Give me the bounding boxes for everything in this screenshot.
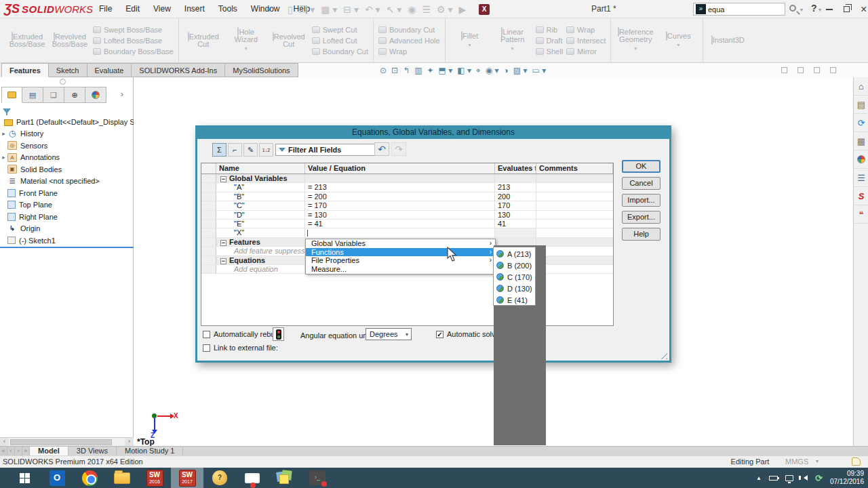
reference-geometry-button[interactable]: Reference Geometry▾ (616, 28, 655, 52)
tree-splitter[interactable] (0, 247, 134, 248)
comments-icon[interactable]: ❝ (854, 205, 868, 224)
section-view-icon[interactable]: ▥ (414, 66, 422, 75)
magnet-icon[interactable]: ◉ (408, 4, 416, 15)
units-selector[interactable]: MMGS (785, 458, 808, 466)
swept-boss-button[interactable]: Swept Boss/Base (93, 26, 174, 34)
new-document-icon[interactable]: ▯ (288, 4, 293, 15)
speaker-icon[interactable] (801, 475, 808, 481)
hide-show-items-icon[interactable]: ⌖ (476, 66, 481, 75)
save-icon[interactable]: ▦ ▾ (321, 4, 337, 15)
panel-flyout-icon[interactable]: › (121, 89, 123, 99)
prev-tab-icon[interactable]: ‹ (7, 447, 15, 455)
network-icon[interactable] (785, 475, 793, 481)
table-row[interactable]: "D" = 130 130 (201, 211, 613, 220)
swept-cut-button[interactable]: Swept Cut (312, 26, 368, 34)
row-selector[interactable] (201, 201, 216, 209)
boundary-cut-button[interactable]: Boundary Cut (312, 47, 368, 56)
name-header[interactable]: Name (216, 163, 305, 174)
scroll-left-icon[interactable]: ‹ (0, 438, 9, 446)
boundary-cut-button-2[interactable]: Boundary Cut (378, 26, 440, 34)
submenu-variable-item[interactable]: A (213) (494, 248, 535, 260)
tab-sketch[interactable]: Sketch (49, 63, 87, 77)
doc-grid-icon[interactable] (781, 67, 787, 73)
table-row[interactable]: "B" = 200 200 (201, 192, 613, 201)
undo-button[interactable]: ↶ (374, 142, 389, 156)
collapse-icon[interactable]: − (220, 240, 226, 246)
tab-evaluate[interactable]: Evaluate (87, 63, 132, 77)
equation-view-button[interactable]: Σ (212, 143, 226, 157)
last-tab-icon[interactable]: » (22, 447, 30, 455)
menu-item-measure[interactable]: Measure... (306, 265, 495, 274)
taskbar-screen-recorder[interactable] (236, 468, 269, 488)
search-magnifier-icon[interactable] (789, 5, 796, 12)
table-row[interactable]: "C" = 170 170 (201, 201, 613, 210)
doc-restore-icon[interactable] (814, 67, 820, 73)
comments-header[interactable]: Comments (536, 163, 613, 174)
taskbar-capture-tool[interactable]: ›_ (301, 468, 334, 488)
custom-properties-icon[interactable]: ☰ (854, 169, 868, 187)
wrap-button-2[interactable]: Wrap (566, 26, 606, 34)
select-icon[interactable]: ↖ ▾ (387, 4, 402, 15)
minimize-icon[interactable] (826, 9, 833, 10)
tree-item-front-plane[interactable]: Front Plane (0, 187, 134, 199)
previous-view-icon[interactable]: ↰ (403, 66, 410, 75)
taskbar-outlook[interactable]: O (41, 468, 73, 488)
expand-icon[interactable]: ▸ (0, 154, 7, 161)
scroll-right-icon[interactable]: › (125, 438, 134, 446)
properties-icon[interactable]: ☰ (422, 4, 431, 15)
tree-item-history[interactable]: ▸History (0, 128, 134, 140)
menu-item[interactable]: Tools (212, 0, 244, 18)
revolved-boss-button[interactable]: Revolved Boss/Base (50, 33, 90, 48)
export-button[interactable]: Export... (622, 211, 660, 224)
submenu-variable-item[interactable]: B (200) (494, 260, 535, 271)
table-row[interactable]: "A" = 213 213 (201, 183, 613, 192)
undo-icon[interactable]: ↶ ▾ (365, 4, 380, 15)
redo-button[interactable]: ↷ (391, 142, 406, 156)
tree-root-part1[interactable]: Part1 (Default<<Default>_Display State (0, 116, 134, 128)
doc-minimize-icon[interactable] (797, 67, 804, 73)
extruded-boss-button[interactable]: Extruded Boss/Base (7, 33, 47, 48)
taskbar-solidworks-2016[interactable]: SW2016 (138, 468, 171, 488)
tab-motion-study[interactable]: Motion Study 1 (117, 447, 183, 455)
tree-horizontal-scrollbar[interactable]: ‹ › (0, 437, 134, 446)
advanced-hole-button[interactable]: Advanced Hole (378, 37, 440, 45)
battery-icon[interactable] (769, 476, 778, 481)
tree-item-sensors[interactable]: ◎Sensors (0, 140, 134, 152)
tree-item-origin[interactable]: Origin (0, 223, 134, 235)
print-icon[interactable]: ⊟ ▾ (343, 4, 359, 15)
menu-item[interactable]: Insert (178, 0, 212, 18)
evaluates-header[interactable]: Evaluates to (495, 163, 536, 174)
tree-item-material[interactable]: Material <not specified> (0, 176, 134, 188)
help-icon[interactable]: ? (811, 3, 817, 14)
value-header[interactable]: Value / Equation (305, 163, 495, 174)
link-external-checkbox[interactable] (203, 344, 210, 352)
tab-3d-views[interactable]: 3D Views (68, 447, 117, 455)
options-gear-icon[interactable]: ⚙ ▾ (437, 4, 452, 15)
tree-filter[interactable] (3, 106, 7, 117)
tab-propertymanager[interactable]: ▤ (22, 87, 43, 103)
appearances-icon[interactable] (854, 150, 868, 169)
wrap-button[interactable]: Wrap (378, 47, 440, 56)
dimension-view-button[interactable]: ✎ (243, 143, 258, 157)
expand-icon[interactable]: ▸ (0, 130, 7, 137)
curves-button[interactable]: Curves▾ (658, 33, 698, 49)
tab-mysolidsolutions[interactable]: MySolidSolutions (225, 63, 298, 77)
tray-clock[interactable]: 09:39 07/12/2016 (830, 470, 864, 486)
refresh-icon[interactable]: ⟳ (854, 114, 868, 132)
angular-units-select[interactable]: Degrees ▾ (366, 328, 412, 340)
taskbar-file-explorer[interactable] (106, 468, 138, 488)
ok-button[interactable]: OK (622, 160, 660, 173)
taskbar-chrome[interactable] (73, 468, 106, 488)
submenu-variable-item[interactable]: D (130) (494, 283, 535, 294)
rib-button[interactable]: Rib (536, 26, 563, 34)
close-icon[interactable]: × (861, 3, 867, 16)
menu-item-file-properties[interactable]: File Properties› (306, 256, 495, 265)
tree-item-top-plane[interactable]: Top Plane (0, 199, 134, 211)
tab-dimxpertmanager[interactable]: ⊕ (64, 87, 85, 103)
mirror-button[interactable]: Mirror (566, 47, 606, 56)
tab-configurationmanager[interactable]: ❏ (43, 87, 64, 103)
search-dropdown-icon[interactable]: ▾ (800, 7, 803, 13)
tree-item-annotations[interactable]: ▸AAnnotations (0, 152, 134, 164)
cancel-button[interactable]: Cancel (622, 177, 660, 190)
search-input[interactable] (708, 5, 776, 14)
